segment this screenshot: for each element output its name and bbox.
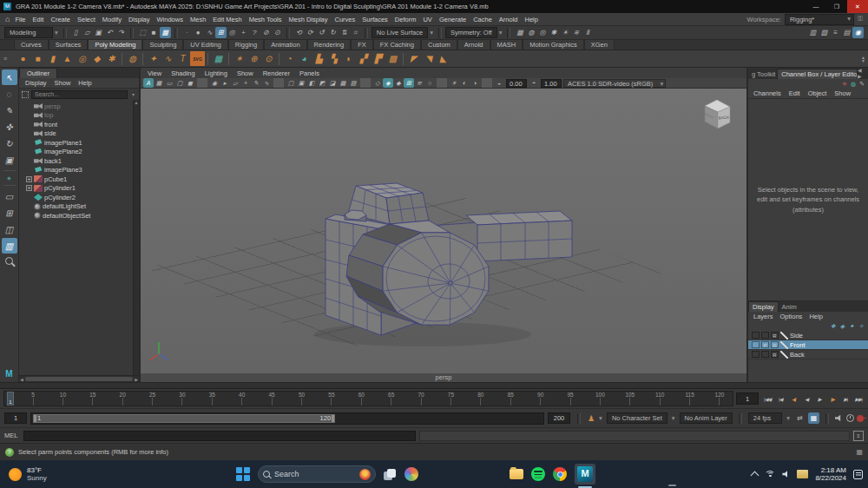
modeling-toolkit-tab[interactable]: g Toolkit bbox=[748, 69, 777, 79]
image-plane-icon[interactable]: ▱ bbox=[230, 78, 240, 88]
shelf-tab[interactable]: XGen bbox=[584, 39, 615, 49]
render-settings-icon[interactable]: ✱ bbox=[548, 27, 559, 38]
shelf-icon[interactable] bbox=[142, 53, 143, 65]
outliner-search-dropdown-icon[interactable]: ▾ bbox=[132, 91, 135, 97]
lattice-icon[interactable]: ▩ bbox=[385, 51, 400, 66]
go-to-start-button[interactable]: |◀◀ bbox=[761, 392, 773, 405]
poly-cube-icon[interactable]: ■ bbox=[30, 51, 45, 66]
channel-box-toggle-icon[interactable]: ◉ bbox=[852, 27, 864, 38]
wedge-icon[interactable]: ◗ bbox=[341, 51, 356, 66]
shelf-tab[interactable]: Curves bbox=[14, 39, 49, 49]
shelf-tab[interactable]: Custom bbox=[421, 39, 457, 49]
platonic-solid-icon[interactable]: ◍ bbox=[125, 51, 140, 66]
viewport-menu-item[interactable]: Renderer bbox=[263, 69, 290, 77]
shelf-tab[interactable]: Rendering bbox=[307, 39, 352, 49]
go-to-end-button[interactable]: ▶▶| bbox=[852, 392, 865, 405]
menu-item[interactable]: Cache bbox=[473, 16, 492, 23]
minimize-button[interactable]: — bbox=[806, 0, 826, 13]
volume-icon[interactable] bbox=[782, 471, 790, 478]
combine-icon[interactable]: ▙ bbox=[312, 51, 326, 66]
ao-mode-icon[interactable]: ▩ bbox=[338, 78, 348, 88]
grease-pencil-icon[interactable]: ✎ bbox=[251, 78, 261, 88]
minimized-app-indicator[interactable] bbox=[668, 485, 676, 486]
outliner-item[interactable]: + defaultObjectSet bbox=[19, 211, 139, 221]
layer-playback-toggle[interactable] bbox=[761, 332, 769, 339]
menu-item[interactable]: Surfaces bbox=[362, 16, 388, 23]
loop-mode-icon[interactable]: ⇄ bbox=[794, 412, 806, 424]
zero-pivot-icon[interactable]: ⊙ bbox=[261, 51, 276, 66]
menu-item[interactable]: Edit Mesh bbox=[213, 16, 241, 23]
pose-editor-icon[interactable]: ▧ bbox=[819, 27, 830, 38]
snap-projected-center-icon[interactable]: ◎ bbox=[227, 27, 238, 38]
close-button[interactable]: ✕ bbox=[847, 0, 868, 13]
pan-zoom-icon[interactable]: + bbox=[240, 78, 251, 88]
menu-item[interactable]: UV bbox=[423, 16, 431, 23]
symmetry-field[interactable]: Symmetry: Off bbox=[445, 27, 497, 38]
shelf-tab[interactable]: MASH bbox=[490, 39, 523, 49]
outliner-menu-item[interactable]: Display bbox=[25, 79, 47, 87]
construction-history-icon[interactable]: ↺ bbox=[316, 27, 327, 38]
hypershade-icon[interactable]: ☀ bbox=[559, 27, 570, 38]
occlusion-toggle-icon[interactable]: ◑ bbox=[470, 78, 480, 88]
snap-point-icon[interactable]: ● bbox=[193, 27, 204, 38]
menu-item[interactable]: Mesh Tools bbox=[249, 16, 282, 23]
tool-settings-icon[interactable]: ▤ bbox=[841, 27, 852, 38]
scale-tool-icon[interactable]: ▣ bbox=[2, 152, 17, 168]
select-camera-icon[interactable]: A bbox=[143, 78, 154, 88]
layer-display-type-toggle[interactable]: R bbox=[771, 351, 779, 358]
status-groove[interactable] bbox=[174, 28, 178, 38]
outliner-vertical-scrollbar[interactable]: ▲ bbox=[133, 100, 139, 375]
save-scene-icon[interactable]: ▣ bbox=[93, 27, 104, 38]
layer-editor-tab[interactable]: Anim bbox=[779, 302, 800, 312]
shelf-menu-icon[interactable]: ≡ bbox=[3, 53, 12, 65]
character-set-icon[interactable]: ♟ bbox=[588, 414, 595, 423]
outliner-item[interactable]: + pCube1 bbox=[19, 175, 139, 184]
step-back-frame-button[interactable]: |◀ bbox=[774, 392, 786, 405]
wireframe-mode-icon[interactable]: ▢ bbox=[286, 78, 296, 88]
outliner-item[interactable]: + side bbox=[19, 129, 139, 139]
poly-plane-icon[interactable]: ◆ bbox=[89, 51, 104, 66]
status-groove[interactable] bbox=[286, 28, 290, 38]
viewport-menu-item[interactable]: Show bbox=[237, 69, 253, 77]
shelf-tab[interactable]: FX Caching bbox=[373, 39, 421, 49]
expand-toggle-icon[interactable]: + bbox=[26, 185, 32, 191]
workspace-dropdown[interactable]: Rigging* bbox=[785, 14, 854, 25]
status-groove[interactable] bbox=[507, 28, 510, 38]
expand-toggle-icon[interactable]: + bbox=[26, 176, 32, 182]
bevel-icon[interactable]: ▞ bbox=[356, 51, 371, 66]
highlight-selection-icon[interactable]: ∙ bbox=[181, 27, 193, 38]
graph-pencil-icon[interactable]: ✎ bbox=[859, 81, 865, 88]
channel-box-menu-item[interactable]: Edit bbox=[789, 89, 800, 97]
xray-icon[interactable]: ◈ bbox=[383, 78, 393, 88]
shelf-tab[interactable]: Sculpting bbox=[142, 39, 183, 49]
weather-widget[interactable]: 83°F Sunny bbox=[0, 466, 47, 482]
type-tool-icon[interactable]: T bbox=[175, 51, 190, 66]
center-pivot-icon[interactable]: ⊕ bbox=[247, 51, 261, 66]
gamma-field[interactable]: 1.00 bbox=[541, 79, 562, 88]
outliner-item[interactable]: + persp bbox=[19, 102, 139, 111]
step-forward-frame-button[interactable]: ▶| bbox=[839, 392, 852, 405]
shelf-scroll-arrows[interactable]: ▲▼ bbox=[861, 56, 865, 63]
attribute-editor-icon[interactable]: ≡ bbox=[830, 27, 841, 38]
poly-cone-icon[interactable]: ▲ bbox=[60, 51, 75, 66]
exposure-icon[interactable]: ◒ bbox=[494, 78, 504, 88]
menu-set-dropdown[interactable]: Modeling bbox=[4, 27, 53, 38]
smooth-icon[interactable]: ◕ bbox=[297, 51, 312, 66]
input-connections-icon[interactable]: ⟲ bbox=[293, 27, 305, 38]
textured-mode-icon[interactable]: ◧ bbox=[306, 78, 317, 88]
shadows-mode-icon[interactable]: ◪ bbox=[327, 78, 338, 88]
layer-editor-tab[interactable]: Display bbox=[748, 301, 779, 312]
animation-start-field[interactable]: 1 bbox=[4, 412, 27, 424]
script-editor-icon[interactable]: ≡ bbox=[853, 431, 864, 441]
viewport-toolbar-icon[interactable] bbox=[437, 78, 447, 88]
shelf-icon[interactable] bbox=[207, 53, 208, 65]
move-layer-up-icon[interactable]: ✦ bbox=[849, 323, 854, 330]
curve-snap-icon[interactable]: ∿ bbox=[261, 78, 272, 88]
grid-toggle-corner-icon[interactable]: ▦ bbox=[856, 448, 863, 456]
step-back-key-button[interactable]: ◀| bbox=[787, 392, 799, 405]
grid-toggle-icon[interactable]: ▦ bbox=[154, 78, 164, 88]
poly-cylinder-icon[interactable]: ▮ bbox=[45, 51, 60, 66]
super-ellipse-icon[interactable]: ✦ bbox=[146, 51, 161, 66]
viewport-menu-item[interactable]: Panels bbox=[299, 69, 319, 77]
wifi-icon[interactable] bbox=[765, 471, 775, 478]
